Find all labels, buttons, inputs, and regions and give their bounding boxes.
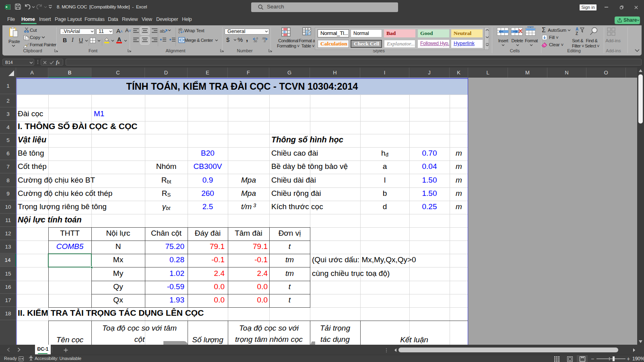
svg-text:ab: ab [160,29,165,33]
svg-text:c: c [178,30,180,34]
svg-text:.00: .00 [253,40,257,43]
svg-text:.0: .0 [263,40,266,43]
svg-text:Z: Z [576,31,578,36]
svg-text:.00: .00 [262,37,266,40]
svg-text:.0: .0 [256,37,258,40]
svg-text:A: A [576,27,578,31]
svg-text:X: X [6,5,8,9]
